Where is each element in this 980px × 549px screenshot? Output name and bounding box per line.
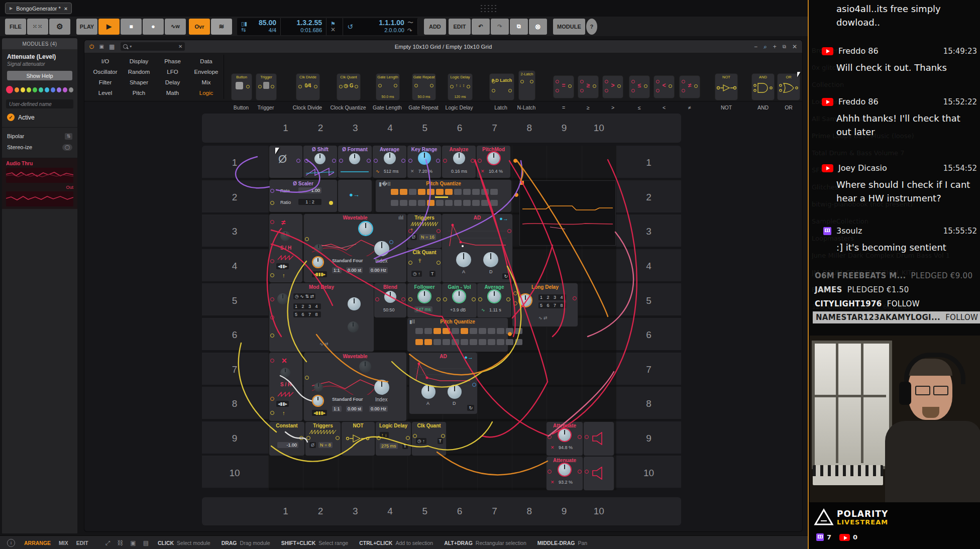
category-io[interactable]: I/O — [88, 58, 122, 64]
bipolar-toggle[interactable]: ⇅ — [65, 133, 72, 140]
module-value[interactable]: 1.11 s — [489, 307, 501, 312]
quantize-cell[interactable] — [391, 200, 398, 206]
hz-value[interactable]: 0.00 Hz — [369, 406, 388, 412]
module-audio-out-2[interactable] — [584, 457, 614, 490]
palette-label[interactable]: Clock Quantize — [330, 104, 366, 111]
module-wavetable-2[interactable]: Wavetable ◂▮▮▮▸ Standard Four 1:1 0.00 s… — [304, 353, 406, 421]
quantize-cell[interactable] — [454, 189, 462, 195]
module-pitchmod[interactable]: PitchMod ✕ 10.4 % — [477, 146, 510, 178]
phase-icon[interactable]: Ø — [410, 234, 417, 240]
palette-label[interactable]: Logic Delay — [446, 104, 473, 111]
time-signature[interactable]: 4/4 — [269, 27, 276, 34]
quantize-cell[interactable] — [427, 200, 434, 206]
layered-editing-button[interactable]: ≋ — [211, 19, 232, 35]
loop-chip[interactable]: ↻ — [467, 405, 474, 411]
quantize-cells-bottom[interactable] — [391, 200, 498, 206]
module-triggers-1[interactable]: Triggers + Ø N = 16 — [407, 214, 442, 248]
module-phase-shift[interactable]: Ø Shift — [303, 146, 337, 178]
ratio-value[interactable]: 1:1 — [332, 267, 342, 273]
minimize-icon[interactable]: − — [754, 43, 757, 50]
quantize-cell[interactable] — [472, 200, 480, 206]
module-pitch-quantize-2[interactable]: Pitch Quantize ▮II — [407, 318, 508, 352]
category-oscillator[interactable]: Oscillator — [88, 69, 122, 75]
palette-tile-logic-delay[interactable]: Logic Delay ↑ ↓ ↕ 120 ms — [448, 74, 472, 100]
category-phase[interactable]: Phase — [156, 58, 189, 64]
undo-button[interactable]: ↶ — [472, 19, 490, 35]
quantize-cell[interactable] — [506, 339, 513, 345]
palette-tile-clock-divide[interactable]: Clk Divide 0⁄4 — [296, 74, 319, 100]
help-button[interactable]: ? — [586, 19, 597, 35]
color-swatch[interactable] — [39, 87, 43, 92]
view-edit[interactable]: EDIT — [76, 540, 88, 546]
gate-chip[interactable]: T — [429, 271, 435, 277]
quantize-cell[interactable] — [418, 200, 425, 206]
loop-length[interactable]: 2.0.0.00 — [384, 27, 404, 34]
module-value[interactable]: 147 ms — [414, 306, 432, 312]
tab-close-icon[interactable]: × — [64, 6, 67, 12]
quantize-cell[interactable] — [436, 200, 444, 206]
oscilloscope-display[interactable] — [520, 181, 615, 245]
module-analyze[interactable]: Analyze 0.16 ms — [442, 146, 476, 178]
category-logic[interactable]: Logic — [189, 90, 223, 96]
module-phase-scaler[interactable]: Ø Scaler Rate 1.00 Ratio 1 : 2 — [269, 180, 337, 212]
module-value[interactable]: 275 ms — [380, 443, 398, 449]
automation-write-button[interactable]: ∿w — [165, 19, 186, 35]
gate-chip[interactable]: T — [438, 438, 444, 444]
module-button[interactable]: MODULE — [553, 19, 585, 35]
module-sh-column-2[interactable]: ✕ S / H ◂▮▮▸ ↑ — [269, 353, 302, 421]
duplicate-button[interactable]: ⧉ — [510, 19, 528, 35]
module-mod-delay[interactable]: Mod Delay ◷ ∿ ⇅ ⇄ 1 2 3 4 5 6 7 8 ∿ ⇄ — [269, 283, 374, 352]
palette-label[interactable]: < — [663, 104, 666, 111]
fold-control[interactable]: ◂▮▮▮▸ — [312, 410, 327, 416]
quantize-cell[interactable] — [497, 328, 504, 334]
palette-label[interactable]: Button — [234, 104, 249, 111]
quantize-cell[interactable] — [497, 339, 504, 345]
curve-icon[interactable]: ∿ — [376, 169, 380, 174]
color-swatch[interactable] — [6, 86, 13, 93]
quantize-cell[interactable] — [424, 328, 432, 334]
quantize-cell[interactable] — [515, 328, 522, 334]
quantize-cell[interactable] — [424, 339, 432, 345]
delay-steps-1[interactable]: 1 2 3 4 — [538, 294, 566, 300]
mode-chip[interactable]: ◷ ↑ — [411, 271, 422, 277]
arrows-chip[interactable]: ↑ ↓ — [380, 432, 389, 438]
add-button[interactable]: ADD — [424, 19, 446, 35]
n-value[interactable]: N = 8 — [318, 442, 333, 448]
module-pitch-quantize-1[interactable]: Pitch Quantize ▮�II — [376, 180, 511, 212]
palette-label[interactable]: ≥ — [587, 104, 590, 111]
tempo-value[interactable]: 85.00 — [259, 19, 276, 27]
quantize-cell[interactable] — [400, 189, 407, 195]
category-random[interactable]: Random — [122, 69, 156, 75]
category-display[interactable]: Display — [122, 58, 156, 64]
palette-tile-equal[interactable]: = — [554, 76, 574, 98]
category-filter[interactable]: Filter — [88, 79, 122, 85]
palette-tile-gte[interactable]: ≥ — [578, 76, 598, 98]
delay-mode-chip[interactable]: ◷ ∿ ⇅ ⇄ — [293, 293, 315, 299]
palette-label[interactable]: Clock Divide — [293, 104, 322, 111]
category-grid[interactable]: I/O Display Phase Data Oscillator Random… — [88, 56, 223, 98]
palette-label[interactable]: Latch — [494, 104, 507, 111]
quantize-cell[interactable] — [445, 200, 453, 206]
wavetable-preset[interactable]: Standard Four — [332, 397, 363, 402]
module-blend[interactable]: Blend 50:50 — [374, 283, 406, 317]
song-position[interactable]: 1.3.2.55 — [297, 19, 322, 27]
palette-tile-n-latch[interactable]: 2-Latch — [519, 71, 535, 100]
module-value[interactable]: 512 ms — [384, 169, 399, 174]
color-swatch[interactable] — [27, 87, 31, 92]
quantize-cell[interactable] — [479, 328, 486, 334]
tempo-display[interactable]: ▯▮⇆ 85.00 4/4 — [237, 18, 281, 35]
module-triggers-2[interactable]: Triggers Ø N = 8 — [305, 422, 341, 456]
module-phase-formant[interactable]: Ø Formant — [338, 146, 372, 178]
mode-chip[interactable]: ◷ ↑ — [416, 438, 426, 444]
color-swatch[interactable] — [15, 87, 19, 92]
hz-value[interactable]: 0.00 Hz — [369, 267, 388, 273]
module-phase-in[interactable]: Ø — [269, 146, 302, 178]
category-level[interactable]: Level — [88, 90, 122, 96]
quantize-cell[interactable] — [400, 200, 407, 206]
punch-in-icon[interactable]: ⚑✕ — [331, 21, 336, 33]
module-not[interactable]: NOT — [342, 422, 375, 456]
module-blank[interactable]: ●→ — [338, 180, 372, 212]
multiply-icon[interactable]: ✕ — [410, 169, 414, 174]
palette-tile-lt[interactable]: < — [654, 76, 674, 98]
play-button[interactable]: ▶ — [98, 19, 120, 35]
